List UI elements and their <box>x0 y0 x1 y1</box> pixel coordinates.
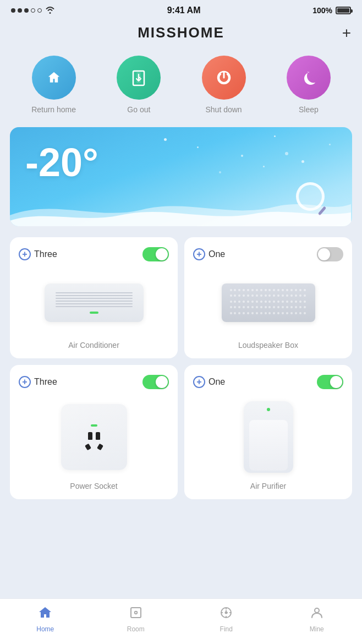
quick-actions: Return home Go out Shut down <box>0 50 362 127</box>
room-label-speaker: + One <box>193 248 225 260</box>
toggle-speaker[interactable] <box>317 247 343 261</box>
sleep-circle <box>287 56 331 100</box>
socket-image-area <box>19 401 169 473</box>
svg-point-15 <box>315 608 319 613</box>
temperature-display: -20° <box>25 143 98 182</box>
find-nav-label: Find <box>220 625 233 633</box>
toggle-thumb-purifier <box>330 376 342 388</box>
dot-2 <box>18 8 22 13</box>
dot-1 <box>11 8 15 13</box>
socket-icon <box>61 404 127 470</box>
room-label-ac: + Three <box>19 248 57 260</box>
purifier-image-area <box>193 401 343 473</box>
action-shut-down[interactable]: Shut down <box>202 56 246 114</box>
card-header-speaker: + One <box>193 247 343 261</box>
purifier-label: Air Purifier <box>193 482 343 490</box>
add-icon-speaker[interactable]: + <box>193 248 205 260</box>
room-label-purifier: + One <box>193 376 225 388</box>
battery-percent: 100% <box>312 6 332 15</box>
mine-nav-icon <box>310 605 324 623</box>
battery-fill <box>337 8 349 13</box>
card-header-socket: + Three <box>19 375 169 389</box>
action-go-out[interactable]: Go out <box>117 56 161 114</box>
toggle-thumb-ac <box>156 248 168 260</box>
speaker-icon <box>222 283 315 322</box>
shut-down-label: Shut down <box>206 105 242 114</box>
toggle-track-speaker <box>317 247 343 261</box>
nav-home[interactable]: Home <box>29 605 62 633</box>
header: MISSHOME + <box>0 19 362 50</box>
card-header-purifier: + One <box>193 375 343 389</box>
svg-point-2 <box>139 77 141 79</box>
action-sleep[interactable]: Sleep <box>287 56 331 114</box>
socket-prongs-bottom <box>86 444 102 450</box>
speaker-label: Loudspeaker Box <box>193 341 343 350</box>
nav-mine[interactable]: Mine <box>300 605 333 633</box>
app-title: MISSHOME <box>138 24 224 41</box>
device-card-purifier[interactable]: + One Air Purifier <box>184 365 352 499</box>
toggle-thumb-socket <box>156 376 168 388</box>
shut-down-circle <box>202 56 246 100</box>
toggle-thumb-speaker <box>318 248 330 260</box>
action-return-home[interactable]: Return home <box>31 56 76 114</box>
sleep-label: Sleep <box>299 105 319 114</box>
room-label-socket: + Three <box>19 376 57 388</box>
device-card-ac[interactable]: + Three Air Cond <box>10 237 178 358</box>
toggle-track-socket <box>142 375 169 389</box>
wifi-icon <box>45 6 55 15</box>
room-nav-label: Room <box>127 625 145 633</box>
card-header-ac: + Three <box>19 247 169 261</box>
socket-led <box>91 424 97 427</box>
socket-prongs-top <box>88 432 100 440</box>
magnifier-icon <box>296 182 325 211</box>
room-nav-icon <box>129 605 143 623</box>
toggle-track-purifier <box>317 375 343 389</box>
return-home-label: Return home <box>31 105 76 114</box>
find-nav-icon <box>219 605 233 623</box>
toggle-purifier[interactable] <box>317 375 343 389</box>
add-icon-ac[interactable]: + <box>19 248 31 260</box>
device-card-socket[interactable]: + Three <box>10 365 178 499</box>
go-out-label: Go out <box>127 105 150 114</box>
ac-image-area <box>19 274 169 332</box>
svg-rect-6 <box>135 612 137 614</box>
toggle-socket[interactable] <box>142 375 169 389</box>
purifier-led <box>267 408 270 411</box>
nav-find[interactable]: Find <box>210 605 243 633</box>
socket-label: Power Socket <box>19 482 169 490</box>
speaker-image-area <box>193 274 343 332</box>
dot-5 <box>37 8 42 13</box>
signal-dots <box>11 8 42 13</box>
weather-banner: -20° <box>10 127 352 226</box>
mine-nav-label: Mine <box>310 625 324 633</box>
battery-area: 100% <box>312 6 351 15</box>
dot-3 <box>24 8 29 13</box>
ac-icon <box>45 283 144 322</box>
return-home-circle <box>32 56 76 100</box>
toggle-ac[interactable] <box>142 247 169 261</box>
dot-4 <box>31 8 35 13</box>
signal-area <box>11 6 55 15</box>
time-display: 9:41 AM <box>167 6 201 15</box>
battery-icon <box>336 7 351 14</box>
bottom-nav: Home Room Find <box>0 598 362 644</box>
nav-room[interactable]: Room <box>119 605 152 633</box>
add-icon-socket[interactable]: + <box>19 376 31 388</box>
home-nav-label: Home <box>36 625 54 633</box>
ac-label: Air Conditioner <box>19 341 169 350</box>
status-bar: 9:41 AM 100% <box>0 0 362 19</box>
purifier-body <box>249 420 288 471</box>
device-card-speaker[interactable]: + One Loudspeaker Box <box>184 237 352 358</box>
home-nav-icon <box>38 605 52 623</box>
svg-rect-4 <box>131 608 141 618</box>
go-out-circle <box>117 56 161 100</box>
device-grid: + Three Air Cond <box>0 237 362 510</box>
add-button[interactable]: + <box>342 25 351 41</box>
add-icon-purifier[interactable]: + <box>193 376 205 388</box>
toggle-track-ac <box>142 247 169 261</box>
purifier-icon <box>244 401 293 473</box>
